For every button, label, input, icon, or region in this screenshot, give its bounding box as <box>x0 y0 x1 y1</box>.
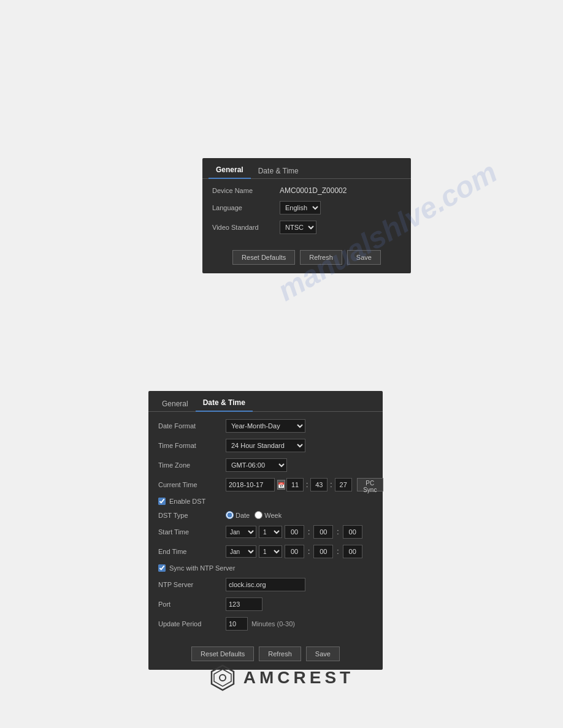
start-sep-1: : <box>308 528 310 536</box>
video-standard-select[interactable]: NTSC PAL <box>280 221 316 234</box>
start-time-sec-input[interactable] <box>343 525 362 539</box>
current-time-date-input[interactable] <box>226 478 275 491</box>
datetime-form-body: Date Format Year-Month-Day Month-Day-Yea… <box>148 412 383 639</box>
start-time-min-input[interactable] <box>313 525 333 539</box>
language-select[interactable]: English <box>280 201 321 214</box>
bottom-reset-defaults-button[interactable]: Reset Defaults <box>191 646 254 661</box>
top-panel-btn-row: Reset Defaults Refresh Save <box>202 250 411 265</box>
ntp-server-row: NTP Server <box>158 578 373 591</box>
current-time-label: Current Time <box>158 481 226 488</box>
dst-date-option[interactable]: Date <box>226 511 250 519</box>
sync-ntp-label: Sync with NTP Server <box>169 564 235 572</box>
end-sep-1: : <box>308 547 310 556</box>
logo-area: AMCREST <box>0 664 563 691</box>
current-time-sec-input[interactable] <box>335 478 352 491</box>
timezone-label: Time Zone <box>158 461 226 469</box>
sync-ntp-checkbox[interactable] <box>158 564 166 572</box>
tab-general-top[interactable]: General <box>209 162 251 179</box>
date-format-select[interactable]: Year-Month-Day Month-Day-Year Day-Month-… <box>226 419 305 433</box>
device-name-row: Device Name AMC0001D_Z00002 <box>212 186 401 195</box>
end-time-day-select[interactable]: 123 <box>259 545 282 558</box>
end-time-min-input[interactable] <box>313 545 333 558</box>
port-label: Port <box>158 601 226 608</box>
update-period-label: Update Period <box>158 620 226 628</box>
ntp-server-label: NTP Server <box>158 581 226 588</box>
language-label: Language <box>212 204 280 211</box>
top-save-button[interactable]: Save <box>347 250 381 265</box>
datetime-panel: General Date & Time Date Format Year-Mon… <box>148 391 383 670</box>
calendar-icon[interactable]: 📅 <box>277 480 285 490</box>
date-format-label: Date Format <box>158 422 226 430</box>
dst-type-label: DST Type <box>158 512 226 519</box>
date-format-row: Date Format Year-Month-Day Month-Day-Yea… <box>158 419 373 433</box>
amcrest-logo-icon <box>209 664 236 691</box>
timezone-select[interactable]: GMT-06:00 <box>226 458 287 472</box>
sync-ntp-row: Sync with NTP Server <box>158 564 373 572</box>
dst-date-radio[interactable] <box>226 511 234 519</box>
pc-sync-button[interactable]: PC Sync <box>357 478 383 491</box>
ntp-server-input[interactable] <box>226 578 305 591</box>
update-period-unit: Minutes (0-30) <box>251 620 295 628</box>
tab-datetime-top[interactable]: Date & Time <box>251 163 306 179</box>
end-time-sec-input[interactable] <box>343 545 362 558</box>
enable-dst-row: Enable DST <box>158 498 373 505</box>
tab-datetime-bottom[interactable]: Date & Time <box>196 395 253 412</box>
time-sep-1: : <box>306 480 308 489</box>
time-format-label: Time Format <box>158 442 226 449</box>
end-time-inner: JanFebMar AprMayJun JulAugSep OctNovDec … <box>226 545 362 558</box>
svg-point-2 <box>220 675 226 681</box>
time-format-row: Time Format 24 Hour Standard 12 Hour <box>158 439 373 452</box>
end-time-hour-input[interactable] <box>285 545 304 558</box>
current-time-min-input[interactable] <box>310 478 327 491</box>
end-time-label: End Time <box>158 548 226 555</box>
end-time-month-select[interactable]: JanFebMar AprMayJun JulAugSep OctNovDec <box>226 545 256 558</box>
start-time-row: Start Time JanFebMar AprMayJun JulAugSep… <box>158 525 373 539</box>
update-period-input[interactable] <box>226 617 248 631</box>
device-name-value: AMC0001D_Z00002 <box>280 186 347 195</box>
tab-general-bottom[interactable]: General <box>155 396 196 412</box>
bottom-panel-btn-row: Reset Defaults Refresh Save <box>148 646 383 661</box>
start-time-inner: JanFebMar AprMayJun JulAugSep OctNovDec … <box>226 525 362 539</box>
general-form-body: Device Name AMC0001D_Z00002 Language Eng… <box>202 179 411 243</box>
start-time-day-select[interactable]: 123 <box>259 526 282 538</box>
language-row: Language English <box>212 201 401 214</box>
start-time-month-select[interactable]: JanFebMar AprMayJun JulAugSep OctNovDec <box>226 526 256 538</box>
bottom-save-button[interactable]: Save <box>306 646 340 661</box>
current-time-row: Current Time 📅 : : PC Sync <box>158 478 373 491</box>
logo-text: AMCREST <box>243 668 354 688</box>
top-refresh-button[interactable]: Refresh <box>300 250 342 265</box>
enable-dst-label: Enable DST <box>169 498 205 505</box>
dst-week-label: Week <box>264 512 282 519</box>
bottom-refresh-button[interactable]: Refresh <box>259 646 301 661</box>
dst-week-option[interactable]: Week <box>255 511 282 519</box>
end-time-row: End Time JanFebMar AprMayJun JulAugSep O… <box>158 545 373 558</box>
time-sep-2: : <box>330 480 332 489</box>
time-format-select[interactable]: 24 Hour Standard 12 Hour <box>226 439 305 452</box>
current-time-hour-input[interactable] <box>286 478 304 491</box>
dst-week-radio[interactable] <box>255 511 262 519</box>
update-period-row: Update Period Minutes (0-30) <box>158 617 373 631</box>
video-standard-row: Video Standard NTSC PAL <box>212 221 401 234</box>
general-panel: General Date & Time Device Name AMC0001D… <box>202 158 411 273</box>
dst-type-row: DST Type Date Week <box>158 511 373 519</box>
port-row: Port <box>158 597 373 611</box>
start-time-label: Start Time <box>158 528 226 536</box>
timezone-row: Time Zone GMT-06:00 <box>158 458 373 472</box>
port-input[interactable] <box>226 597 262 611</box>
start-time-hour-input[interactable] <box>285 525 304 539</box>
end-sep-2: : <box>337 547 339 556</box>
dst-date-label: Date <box>236 512 250 519</box>
top-reset-defaults-button[interactable]: Reset Defaults <box>232 250 295 265</box>
tab-bar-bottom: General Date & Time <box>148 391 383 412</box>
start-sep-2: : <box>337 528 339 536</box>
device-name-label: Device Name <box>212 187 280 194</box>
tab-bar-top: General Date & Time <box>202 158 411 179</box>
enable-dst-checkbox[interactable] <box>158 498 166 505</box>
video-standard-label: Video Standard <box>212 224 280 231</box>
svg-marker-1 <box>214 669 231 686</box>
